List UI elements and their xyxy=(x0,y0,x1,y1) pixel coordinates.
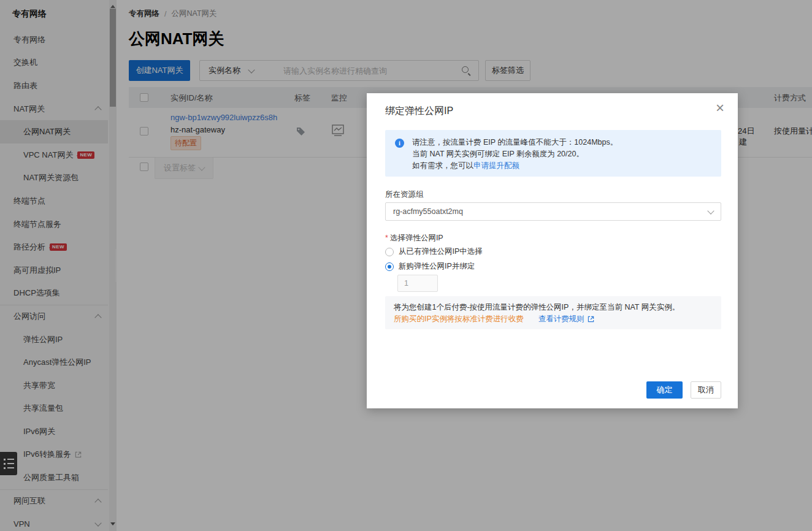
alert-line-2: 当前 NAT 网关实例可绑定 EIP 剩余额度为 20/20。 xyxy=(412,148,713,160)
cancel-button[interactable]: 取消 xyxy=(691,381,721,399)
quota-increase-link[interactable]: 申请提升配额 xyxy=(473,161,519,170)
eip-count-input[interactable] xyxy=(397,275,438,292)
radio-unchecked-icon xyxy=(385,248,394,256)
info-icon: i xyxy=(395,139,404,148)
confirm-button[interactable]: 确定 xyxy=(646,381,683,399)
radio-checked-icon xyxy=(385,262,394,271)
dialog-title: 绑定弹性公网IP xyxy=(385,105,453,118)
note-line-2: 所购买的IP实例将按标准计费进行收费 查看计费规则 xyxy=(394,313,713,325)
chevron-down-icon xyxy=(707,207,714,214)
alert-line-3: 如有需求，您可以申请提升配额 xyxy=(412,160,713,172)
info-alert: i 请注意，按流量计费 EIP 的流量峰值不能大于：1024Mbps。 当前 N… xyxy=(385,130,721,177)
external-link-icon xyxy=(588,316,594,323)
note-line-1: 将为您创建1个后付费-按使用流量计费的弹性公网IP，并绑定至当前 NAT 网关实… xyxy=(394,302,713,313)
bind-eip-dialog: 绑定弹性公网IP × i 请注意，按流量计费 EIP 的流量峰值不能大于：102… xyxy=(367,93,738,408)
radio-option-new-eip[interactable]: 新购弹性公网IP并绑定 xyxy=(385,261,475,272)
close-icon[interactable]: × xyxy=(716,101,724,115)
billing-rules-link[interactable]: 查看计费规则 xyxy=(538,313,584,325)
app-root: 专有网络 专有网络 交换机 路由表 NAT网关 公网NAT网关 VPC NAT网… xyxy=(0,0,812,531)
purchase-note: 将为您创建1个后付费-按使用流量计费的弹性公网IP，并绑定至当前 NAT 网关实… xyxy=(385,296,721,329)
eip-select-label: *选择弹性公网IP xyxy=(385,233,443,243)
resource-group-label: 所在资源组 xyxy=(385,189,424,200)
radio-option-existing-eip[interactable]: 从已有弹性公网IP中选择 xyxy=(385,246,483,257)
alert-line-1: 请注意，按流量计费 EIP 的流量峰值不能大于：1024Mbps。 xyxy=(412,137,713,148)
billing-warning-text: 所购买的IP实例将按标准计费进行收费 xyxy=(394,313,524,325)
resource-group-select[interactable]: rg-acfmy55oatxt2mq xyxy=(385,202,721,221)
required-mark: * xyxy=(385,234,388,242)
